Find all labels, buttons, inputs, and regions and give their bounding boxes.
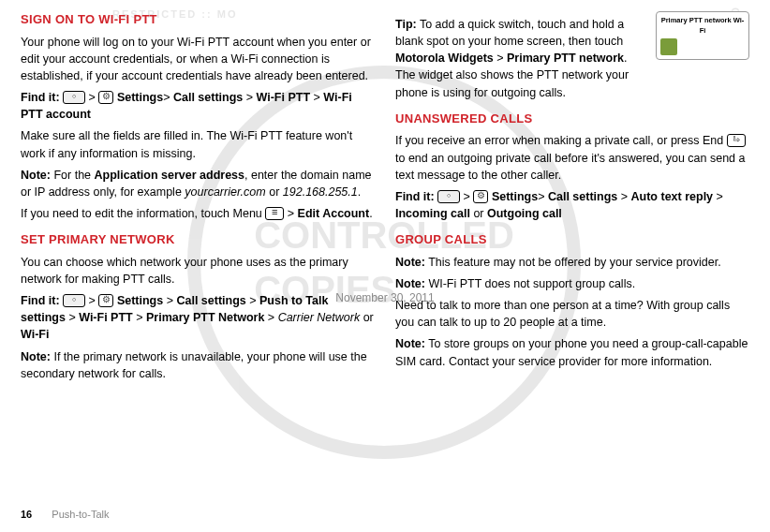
- path-settings: Settings: [492, 190, 538, 203]
- tip-label: Tip:: [395, 18, 417, 31]
- note-text: Note: If the primary network is unavaila…: [21, 348, 375, 382]
- findit-path: Find it: > Settings> Call settings > Wi-…: [21, 89, 375, 123]
- widget-label: Primary PTT network Wi-Fi: [660, 16, 745, 37]
- note-label: Note:: [21, 350, 51, 363]
- primary-ptt-label: Primary PTT network: [507, 52, 624, 65]
- heading-unanswered: Unanswered calls: [395, 111, 749, 128]
- path-callsettings: Call settings: [173, 91, 243, 104]
- widgets-label: Motorola Widgets: [395, 52, 494, 65]
- gear-icon: [98, 91, 113, 104]
- body-text: You can choose which network your phone …: [21, 254, 375, 288]
- apps-icon: [63, 91, 85, 104]
- left-column: Sign on to Wi-Fi PTT Your phone will log…: [21, 11, 375, 478]
- note-text: Note: This feature may not be offered by…: [395, 254, 749, 271]
- gear-icon: [473, 190, 488, 203]
- heading-group-calls: Group calls: [395, 231, 749, 249]
- tip-text: Tip: To add a quick switch, touch and ho…: [395, 16, 648, 101]
- heading-signon: Sign on to Wi-Fi PTT: [21, 11, 375, 29]
- path-settings: Settings: [117, 294, 163, 307]
- text: For the: [53, 169, 91, 182]
- text: or: [473, 207, 483, 220]
- example-ip: 192.168.255.1: [283, 185, 358, 199]
- page-number: 16: [21, 509, 32, 520]
- findit-label: Find it:: [21, 91, 60, 104]
- gear-icon: [98, 294, 113, 307]
- findit-path: Find it: > Settings> Call settings > Aut…: [395, 188, 749, 222]
- note-label: Note:: [395, 256, 425, 269]
- text: If you need to edit the information, tou…: [21, 207, 262, 220]
- note-text: Note: For the Application server address…: [21, 167, 375, 200]
- example-domain: yourcarrier.com: [185, 185, 265, 199]
- path-callsettings: Call settings: [548, 190, 617, 203]
- text: To store groups on your phone you need a…: [395, 337, 748, 367]
- section-name: Push-to-Talk: [52, 509, 109, 520]
- findit-label: Find it:: [395, 190, 435, 203]
- edit-account-label: Edit Account: [298, 207, 370, 220]
- body-text: If you need to edit the information, tou…: [21, 205, 375, 222]
- text: If you receive an error when making a pr…: [395, 134, 723, 147]
- text: To add a quick switch, touch and hold a …: [395, 18, 624, 48]
- text: or: [269, 185, 279, 199]
- note-text: Note: To store groups on your phone you …: [395, 335, 749, 369]
- opt-wifi: Wi-Fi: [21, 328, 49, 341]
- end-icon: [727, 134, 746, 147]
- note-label: Note:: [21, 169, 51, 182]
- note-text: Note: WI-Fi PTT does not support group c…: [395, 275, 749, 292]
- text: or: [363, 311, 374, 324]
- path-wifiptt: Wi-Fi PTT: [257, 91, 311, 104]
- right-column: Primary PTT network Wi-Fi Tip: To add a …: [395, 11, 749, 478]
- text: WI-Fi PTT does not support group calls.: [428, 277, 635, 290]
- body-text: Your phone will log on to your Wi-Fi PTT…: [21, 34, 375, 84]
- path-autoreply: Auto text reply: [631, 190, 714, 203]
- page-footer: 16 Push-to-Talk: [21, 508, 109, 523]
- heading-primary-network: Set primary network: [21, 231, 375, 249]
- findit-label: Find it:: [21, 294, 60, 307]
- wifi-icon: [660, 38, 677, 55]
- text: If the primary network is unavailable, y…: [21, 350, 367, 380]
- note-label: Note:: [395, 337, 425, 350]
- path-primary-network: Primary PTT Network: [146, 311, 264, 324]
- body-text: Make sure all the fields are filled in. …: [21, 127, 375, 161]
- apps-icon: [63, 294, 85, 307]
- apps-icon: [437, 190, 460, 203]
- body-text: Need to talk to more than one person at …: [395, 297, 749, 331]
- path-settings: Settings: [117, 91, 163, 104]
- opt-carrier: Carrier Network: [278, 311, 361, 324]
- app-server-label: Application server address: [95, 169, 244, 182]
- note-label: Note:: [395, 277, 425, 290]
- text: This feature may not be offered by your …: [428, 256, 720, 269]
- widget-thumbnail: Primary PTT network Wi-Fi: [656, 11, 749, 60]
- menu-icon: [265, 207, 284, 220]
- body-text: If you receive an error when making a pr…: [395, 132, 749, 183]
- path-wifiptt: Wi-Fi PTT: [79, 311, 133, 324]
- findit-path: Find it: > Settings > Call settings > Pu…: [21, 292, 375, 343]
- text: to end an outgoing private call before i…: [395, 152, 745, 182]
- opt-outgoing: Outgoing call: [487, 207, 562, 220]
- opt-incoming: Incoming call: [395, 207, 470, 220]
- path-callsettings: Call settings: [176, 294, 245, 307]
